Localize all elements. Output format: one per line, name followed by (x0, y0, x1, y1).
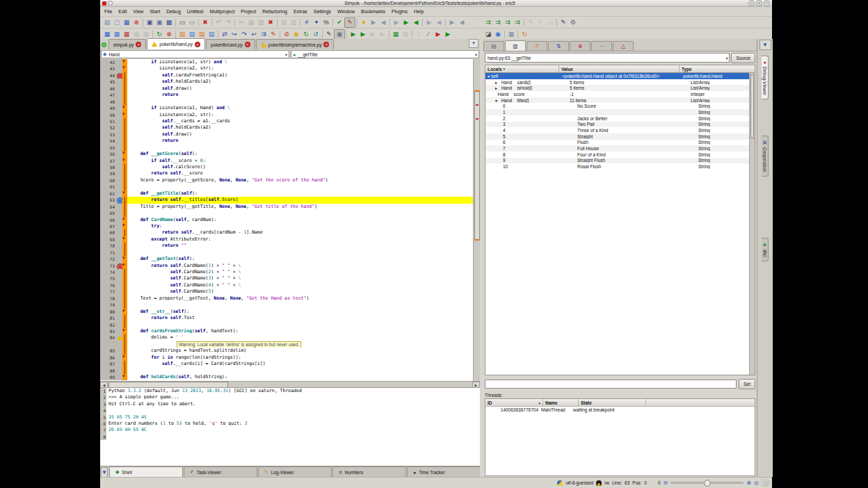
code-text[interactable]: Score = property(__getScore, None, None,… (127, 177, 480, 184)
code-text[interactable]: return self.__titles[self.Score] (127, 197, 480, 203)
line-number[interactable]: 62 (100, 190, 116, 197)
line-number[interactable]: 53 (100, 131, 116, 138)
code-text[interactable]: return (127, 92, 480, 98)
line-number[interactable]: 49 (100, 105, 116, 111)
close-all-icon[interactable]: ✖ (200, 18, 210, 27)
marker-margin[interactable] (116, 59, 122, 65)
line-number[interactable]: 45 (100, 79, 116, 85)
code-text[interactable]: def __getScore(self): (127, 151, 480, 157)
menu-edit[interactable]: Edit (118, 9, 127, 14)
zoom-slider[interactable] (670, 482, 744, 484)
line-number[interactable]: 83 (100, 328, 116, 334)
line-number[interactable]: 82 (100, 322, 116, 328)
line-number[interactable]: 69 (100, 236, 116, 243)
code-text[interactable] (127, 368, 480, 374)
marker-margin[interactable] (116, 177, 122, 184)
marker-margin[interactable] (116, 72, 122, 79)
step-out-icon[interactable]: ↩ (249, 30, 259, 39)
fold-margin[interactable] (122, 170, 127, 177)
shell-text[interactable]: Hit Ctrl-C at any time to abort. (106, 401, 480, 407)
shell-text[interactable] (106, 407, 480, 414)
coverage-icon[interactable]: ⇉ (493, 18, 503, 27)
source-button[interactable]: Source (731, 53, 755, 63)
line-number[interactable]: 68 (100, 229, 116, 236)
name-column-header[interactable]: Name (543, 399, 579, 406)
fold-margin[interactable] (122, 334, 127, 341)
stop-icon[interactable]: ⊗ (164, 30, 174, 39)
marker-margin[interactable] (116, 184, 122, 190)
marker-margin[interactable] (116, 250, 122, 256)
marker-margin[interactable] (116, 355, 122, 361)
code-text[interactable]: def __getText(self): (127, 256, 480, 262)
file-tab[interactable]: pokerlib/simplemachine.py× (256, 39, 335, 49)
locals-scrollbar[interactable] (749, 73, 755, 375)
print-icon[interactable]: ▭ (177, 18, 187, 27)
fold-margin[interactable] (122, 374, 127, 380)
zoom-out-icon[interactable]: ⊖ (664, 480, 668, 486)
save-all-icon[interactable]: ▩ (164, 18, 174, 27)
debugger-tab-exceptions[interactable]: △ (613, 41, 634, 51)
marker-margin[interactable] (116, 112, 122, 118)
unittest-rerun-icon[interactable]: ▤ (207, 30, 216, 39)
fold-margin[interactable] (122, 72, 127, 79)
variable-row[interactable]: 9Straight FlushString (485, 158, 755, 164)
debug-project-icon[interactable]: ◀ (434, 18, 444, 27)
code-text[interactable]: Title = property(__getTitle, None, None,… (127, 204, 480, 210)
fold-margin[interactable] (122, 177, 127, 184)
expander-icon[interactable]: ▸ (495, 86, 497, 90)
filter-icon[interactable]: ▼ (101, 467, 108, 478)
line-number[interactable]: 79 (100, 302, 116, 308)
line-number[interactable]: 80 (100, 309, 116, 315)
type-column-header[interactable]: Type (680, 65, 755, 72)
variable-row[interactable]: 6FlushString (485, 140, 755, 146)
code-text[interactable]: def __getTitle(self): (127, 190, 480, 197)
line-number[interactable]: 70 (100, 243, 116, 249)
id-column-header[interactable]: ID ▴ (485, 399, 543, 406)
fold-margin[interactable] (122, 309, 127, 315)
shell-text[interactable]: Python 3.3.2 (default, Jun 13 2013, 16:0… (106, 388, 480, 394)
variable-row[interactable]: 0No ScoreString (485, 103, 755, 109)
menu-bookmarks[interactable]: Bookmarks (361, 9, 385, 14)
line-number[interactable]: 75 (100, 275, 116, 282)
code-text[interactable]: if isinstance(a1, str) and \ (127, 59, 480, 65)
marker-margin[interactable] (116, 309, 122, 315)
line-number[interactable]: 77 (100, 288, 116, 295)
menu-plugins[interactable]: Plugins (392, 9, 408, 14)
state-column-header[interactable]: State (579, 399, 646, 406)
close-tab-icon[interactable]: × (136, 42, 141, 47)
code-text[interactable]: self.CardName(4) + " " + \ (127, 282, 480, 288)
filter-icon[interactable]: ▼ (760, 40, 771, 50)
fold-margin[interactable] (122, 275, 127, 282)
print-preview-icon[interactable]: ▭ (187, 18, 197, 27)
line-number[interactable]: 52 (100, 124, 116, 131)
shell-text[interactable]: 3S AS 7S 2H 4S (106, 414, 480, 421)
menu-unittest[interactable]: Unittest (187, 9, 204, 14)
marker-margin[interactable] (116, 302, 122, 308)
shell-text[interactable]: 2D AS AH 5S 4C (106, 427, 480, 433)
marker-margin[interactable] (116, 118, 122, 124)
fold-margin[interactable] (122, 288, 127, 295)
menu-view[interactable]: View (133, 9, 143, 14)
line-number[interactable]: 66 (100, 217, 116, 223)
run-script-icon[interactable]: ▶ (392, 18, 401, 27)
regexp-icon[interactable]: % (321, 18, 331, 27)
fold-margin[interactable] (122, 65, 127, 72)
line-number[interactable]: 44 (100, 72, 116, 79)
expander-icon[interactable]: ▾ (488, 74, 490, 79)
variable-row[interactable]: ▸_Hand__isHold[]5 itemsList/Array (485, 85, 755, 91)
fold-margin[interactable] (122, 223, 127, 229)
shell-panel[interactable]: 1Python 3.3.2 (default, Jun 13 2013, 16:… (100, 387, 480, 466)
file-tab[interactable]: simpok.py× (108, 39, 146, 49)
code-text[interactable]: if isinstance(a1, Hand) and \ (127, 105, 480, 111)
menu-settings[interactable]: Settings (314, 9, 331, 14)
marker-margin[interactable] (116, 328, 122, 334)
side-tab-irc[interactable]: ◈IRC (762, 238, 769, 261)
annotate-icon[interactable]: ✎ (558, 18, 568, 27)
code-text[interactable] (127, 322, 480, 328)
line-number[interactable]: 81 (100, 315, 116, 321)
code-text[interactable]: self.draw() (127, 86, 480, 92)
marker-margin[interactable] (116, 204, 122, 210)
code-text[interactable]: if self.__score < 0: (127, 158, 480, 164)
chevron-down-icon[interactable]: ▾ (475, 52, 477, 57)
line-number[interactable]: 71 (100, 250, 116, 256)
